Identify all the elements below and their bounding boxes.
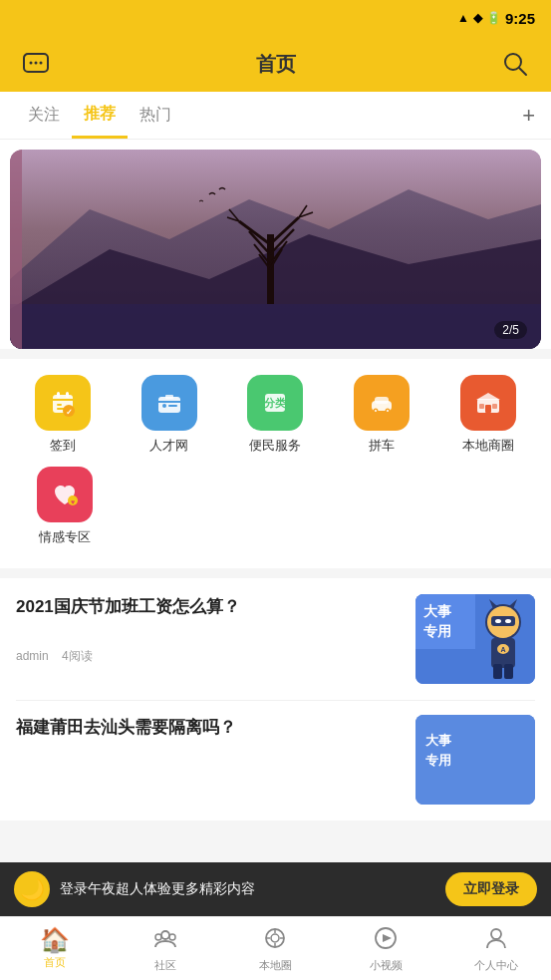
checkin-label: 签到 (50, 437, 76, 455)
svg-text:A: A (500, 646, 505, 653)
card-1-image: 大事 专用 A (415, 594, 535, 684)
video-icon (373, 925, 399, 955)
banner-counter: 2/5 (494, 321, 527, 339)
svg-rect-47 (479, 404, 484, 409)
service-label: 便民服务 (249, 437, 301, 455)
svg-rect-9 (10, 304, 541, 349)
nav-video-label: 小视频 (370, 958, 403, 973)
svg-line-20 (227, 217, 239, 221)
nav-profile[interactable]: 个人中心 (440, 917, 551, 980)
svg-text:✓: ✓ (66, 408, 73, 417)
service-icon: 分类 (247, 375, 303, 431)
message-button[interactable] (18, 46, 54, 82)
svg-rect-32 (158, 401, 180, 403)
card-1-text: 2021国庆节加班工资怎么算？ admin 4阅读 (16, 594, 404, 665)
carpool-icon (354, 375, 410, 431)
card-1-meta: admin 4阅读 (16, 648, 404, 665)
checkin-icon: ✓ (35, 375, 91, 431)
svg-line-11 (239, 221, 270, 244)
icon-talent[interactable]: 人才网 (125, 375, 214, 455)
tab-recommend[interactable]: 推荐 (72, 92, 128, 139)
notification-bar: 🌙 登录午夜超人体验更多精彩内容 立即登录 (0, 862, 551, 916)
svg-point-3 (40, 62, 43, 65)
svg-line-16 (270, 241, 287, 264)
login-button[interactable]: 立即登录 (445, 872, 537, 906)
icon-emotion[interactable]: ♥ 情感专区 (20, 467, 110, 546)
add-tab-button[interactable]: + (522, 103, 535, 129)
icons-row-2: ♥ 情感专区 (10, 467, 541, 546)
svg-line-15 (254, 244, 270, 264)
card-1-title: 2021国庆节加班工资怎么算？ (16, 594, 404, 620)
svg-point-1 (30, 62, 33, 65)
notif-avatar: 🌙 (14, 871, 50, 907)
card-2-text: 福建莆田去汕头需要隔离吗？ (16, 715, 404, 741)
talent-label: 人才网 (149, 437, 188, 455)
nav-home[interactable]: 🏠 首页 (0, 917, 111, 980)
nav-video[interactable]: 小视频 (331, 917, 441, 980)
battery-icon: 🔋 (486, 11, 501, 25)
svg-text:专用: 专用 (425, 753, 451, 768)
icon-service[interactable]: 分类 便民服务 (230, 375, 320, 455)
svg-text:分类: 分类 (263, 397, 287, 409)
wifi-icon: ▲ (457, 11, 469, 25)
svg-line-5 (519, 68, 526, 75)
content-section: 2021国庆节加班工资怎么算？ admin 4阅读 大事 专用 (0, 578, 551, 820)
svg-marker-45 (476, 393, 500, 400)
local-biz-label: 本地商圈 (462, 437, 514, 455)
svg-text:大事: 大事 (422, 603, 452, 619)
content-card-2[interactable]: 福建莆田去汕头需要隔离吗？ 大事 专用 (16, 701, 535, 805)
svg-rect-6 (10, 150, 541, 349)
icons-row-1: ✓ 签到 人才网 分类 (10, 375, 541, 455)
svg-rect-25 (66, 392, 69, 398)
svg-line-13 (249, 231, 270, 254)
nav-community[interactable]: 社区 (111, 917, 221, 980)
svg-text:大事: 大事 (424, 733, 452, 748)
content-card-1[interactable]: 2021国庆节加班工资怎么算？ admin 4阅读 大事 专用 (16, 594, 535, 701)
svg-rect-66 (504, 664, 513, 679)
svg-line-19 (229, 209, 239, 221)
svg-line-22 (299, 212, 313, 217)
profile-icon (483, 925, 509, 955)
emotion-icon: ♥ (37, 467, 93, 522)
svg-point-43 (387, 410, 389, 412)
search-button[interactable] (497, 46, 533, 82)
nav-home-label: 首页 (44, 955, 66, 970)
home-icon: 🏠 (40, 928, 70, 952)
svg-point-81 (491, 929, 501, 939)
icon-local-biz[interactable]: 本地商圈 (443, 375, 533, 455)
local-biz-icon (460, 375, 516, 431)
icon-carpool[interactable]: 拼车 (337, 375, 426, 455)
svg-line-14 (270, 229, 294, 254)
card-2-image: 大事 专用 (415, 715, 535, 805)
tab-hot[interactable]: 热门 (128, 92, 183, 139)
svg-rect-34 (168, 405, 177, 407)
banner-carousel[interactable]: 2/5 (10, 150, 541, 349)
nav-profile-label: 个人中心 (474, 958, 518, 973)
svg-point-74 (271, 934, 279, 942)
nav-local[interactable]: 本地圈 (220, 917, 331, 980)
svg-rect-24 (57, 392, 60, 398)
signal-icon: ◆ (473, 11, 482, 25)
svg-line-12 (270, 217, 299, 244)
icon-checkin[interactable]: ✓ 签到 (18, 375, 108, 455)
bottom-nav: 🏠 首页 社区 本地圈 (0, 916, 551, 980)
svg-point-71 (155, 934, 161, 940)
banner-image: 2/5 (10, 150, 541, 349)
local-icon (262, 925, 288, 955)
community-icon (152, 925, 178, 955)
svg-rect-46 (485, 405, 491, 413)
app-header: 首页 (0, 36, 551, 92)
status-icons: ▲ ◆ 🔋 9:25 (457, 10, 535, 27)
svg-rect-59 (491, 616, 515, 626)
svg-line-21 (299, 205, 307, 217)
svg-rect-26 (53, 399, 73, 401)
svg-marker-8 (10, 234, 541, 349)
tab-follow[interactable]: 关注 (16, 92, 72, 139)
emotion-label: 情感专区 (39, 528, 91, 546)
nav-local-label: 本地圈 (259, 958, 292, 973)
icons-section: ✓ 签到 人才网 分类 (0, 359, 551, 568)
svg-marker-80 (383, 934, 392, 942)
page-title: 首页 (54, 51, 497, 78)
svg-line-18 (270, 249, 282, 269)
status-bar: ▲ ◆ 🔋 9:25 (0, 0, 551, 36)
